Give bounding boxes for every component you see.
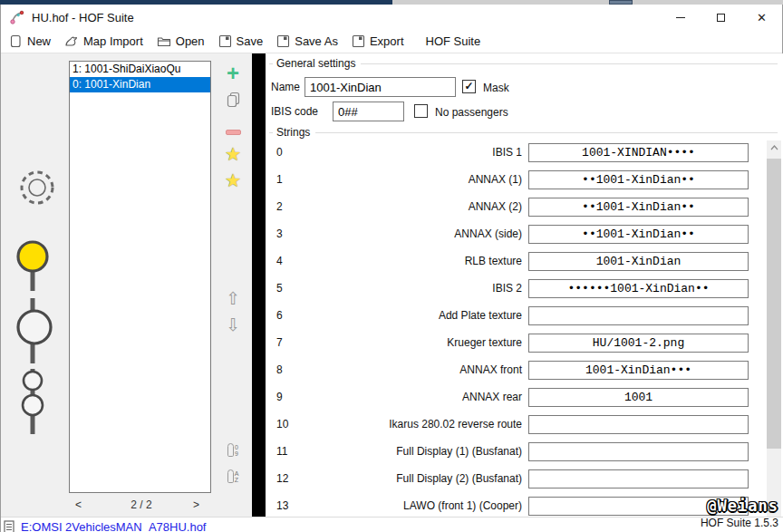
name-value: 1001-XinDian <box>310 81 382 94</box>
favorite-2-button[interactable]: ★ <box>217 172 249 189</box>
strings-title: Strings <box>276 126 310 139</box>
string-label: IBIS 2 <box>310 282 522 295</box>
string-input[interactable]: ••1001-XinDian•• <box>528 198 749 217</box>
settings-gear-button[interactable] <box>14 167 61 208</box>
save-as-icon <box>276 34 290 48</box>
close-icon: ✕ <box>757 12 767 24</box>
string-index: 9 <box>276 391 304 403</box>
export-label: Export <box>370 34 404 48</box>
strings-header: Strings <box>269 126 780 139</box>
strings-scrollbar[interactable] <box>767 140 781 517</box>
vehicle-list[interactable]: 1: 1001-ShiDaiXiaoQu 0: 1001-XinDian <box>69 61 211 493</box>
scrollbar-thumb[interactable] <box>767 159 781 449</box>
string-input[interactable] <box>528 415 749 434</box>
settings-panel: General settings Name 1001-XinDian ✓ Mas… <box>266 53 783 517</box>
hof-suite-menu-button[interactable]: HOF Suite <box>420 32 487 51</box>
string-input[interactable]: ••1001-XinDian•• <box>528 170 749 189</box>
group-line <box>361 63 778 64</box>
string-label: RLB texture <box>310 255 522 267</box>
mask-checkbox[interactable]: ✓ <box>462 80 476 93</box>
open-button[interactable]: Open <box>151 32 210 51</box>
string-index: 7 <box>276 336 304 349</box>
name-label: Name <box>271 81 300 93</box>
hof-suite-window: HU.hof - HOF Suite ✕ New Map Import <box>0 0 783 532</box>
remove-entry-button[interactable] <box>217 122 249 139</box>
copy-entry-button[interactable] <box>217 92 249 112</box>
sort-numeric-icon <box>227 443 234 457</box>
string-label: ANNAX (2) <box>310 200 522 213</box>
group-line <box>269 63 273 64</box>
string-input[interactable] <box>528 442 749 461</box>
string-input[interactable]: 1001-XINDIAN•••• <box>528 143 749 162</box>
ibis-code-input[interactable]: 0## <box>333 102 404 121</box>
left-pane: 1: 1001-ShiDaiXiaoQu 0: 1001-XinDian + ★… <box>1 53 252 517</box>
string-row: 10Ikarus 280.02 reverse route <box>266 411 783 438</box>
string-input[interactable] <box>528 469 749 488</box>
add-entry-button[interactable]: + <box>217 65 249 82</box>
string-label: ANNAX rear <box>310 391 522 403</box>
scroll-up-button[interactable] <box>767 140 781 155</box>
toolbar: New Map Import Open Save <box>1 30 782 53</box>
strings-list: 0IBIS 11001-XINDIAN•••• 1ANNAX (1)••1001… <box>266 139 783 517</box>
map-import-label: Map Import <box>83 34 143 48</box>
mask-label: Mask <box>483 82 509 94</box>
app-icon <box>10 10 24 24</box>
string-index: 2 <box>276 200 304 213</box>
ibis-code-label: IBIS code <box>271 105 318 118</box>
sort-alpha-button[interactable]: AZ <box>217 469 249 483</box>
save-label: Save <box>237 34 264 48</box>
file-list-icon <box>4 520 16 532</box>
ibis-code-value: 0## <box>338 105 358 119</box>
save-button[interactable]: Save <box>213 32 269 51</box>
string-row: 1ANNAX (1)••1001-XinDian•• <box>266 166 783 193</box>
pager-next-button[interactable]: > <box>193 498 199 511</box>
close-button[interactable]: ✕ <box>741 5 782 30</box>
string-row: 0IBIS 11001-XINDIAN•••• <box>266 139 783 166</box>
sort-numeric-button[interactable]: 09 <box>217 443 249 457</box>
open-folder-icon <box>157 34 171 48</box>
list-pager: < 2 / 2 > <box>1 497 252 515</box>
string-input[interactable]: ••••••1001-XinDian•• <box>528 279 749 298</box>
string-row: 2ANNAX (2)••1001-XinDian•• <box>266 193 783 220</box>
string-row: 8ANNAX front1001-XinDian••• <box>266 356 783 383</box>
name-input[interactable]: 1001-XinDian <box>304 77 456 97</box>
move-up-button[interactable]: ⇧ <box>217 291 249 307</box>
title-bar: HU.hof - HOF Suite ✕ <box>1 5 782 30</box>
string-label: Add Plate texture <box>310 309 522 322</box>
string-input[interactable]: 1001-XinDian <box>528 252 749 271</box>
favorite-1-button[interactable]: ★ <box>217 146 249 162</box>
string-index: 5 <box>276 282 304 295</box>
pager-prev-button[interactable]: < <box>75 498 82 511</box>
string-input[interactable] <box>528 306 749 325</box>
list-item-selected[interactable]: 0: 1001-XinDian <box>70 77 210 92</box>
no-passengers-checkbox[interactable] <box>414 104 428 118</box>
window-title: HU.hof - HOF Suite <box>32 11 134 24</box>
string-input[interactable]: 1001-XinDian••• <box>528 361 749 380</box>
new-button[interactable]: New <box>4 32 56 51</box>
save-icon <box>218 34 232 48</box>
string-index: 4 <box>276 255 304 267</box>
new-label: New <box>27 34 51 48</box>
string-row: 9ANNAX rear1001 <box>266 383 783 411</box>
string-label: ANNAX (1) <box>310 173 522 186</box>
string-label: IBIS 1 <box>310 146 522 159</box>
minimize-button[interactable] <box>660 5 701 30</box>
string-label: ANNAX (side) <box>310 227 522 240</box>
save-as-label: Save As <box>295 34 338 48</box>
string-input[interactable]: ••1001-XinDian•• <box>528 225 749 244</box>
string-row: 4RLB texture1001-XinDian <box>266 247 783 275</box>
string-input[interactable]: 1001 <box>528 388 749 407</box>
string-input[interactable]: HU/1001-2.png <box>528 334 749 353</box>
minus-icon <box>226 130 241 135</box>
move-down-button[interactable]: ⇩ <box>217 317 249 334</box>
map-import-button[interactable]: Map Import <box>59 32 149 51</box>
file-path-link[interactable]: E:OMSI 2VehiclesMAN_A78HU.hof <box>21 520 206 532</box>
maximize-button[interactable] <box>701 5 741 30</box>
status-bar: E:OMSI 2VehiclesMAN_A78HU.hof <box>1 517 783 532</box>
ibis-code-row: IBIS code 0## No passengers <box>269 100 780 121</box>
string-row: 6Add Plate texture <box>266 302 783 329</box>
export-button[interactable]: Export <box>346 32 410 51</box>
sort-numeric-bottom: 9 <box>235 450 238 457</box>
list-item[interactable]: 1: 1001-ShiDaiXiaoQu <box>70 62 210 77</box>
save-as-button[interactable]: Save As <box>271 32 343 51</box>
